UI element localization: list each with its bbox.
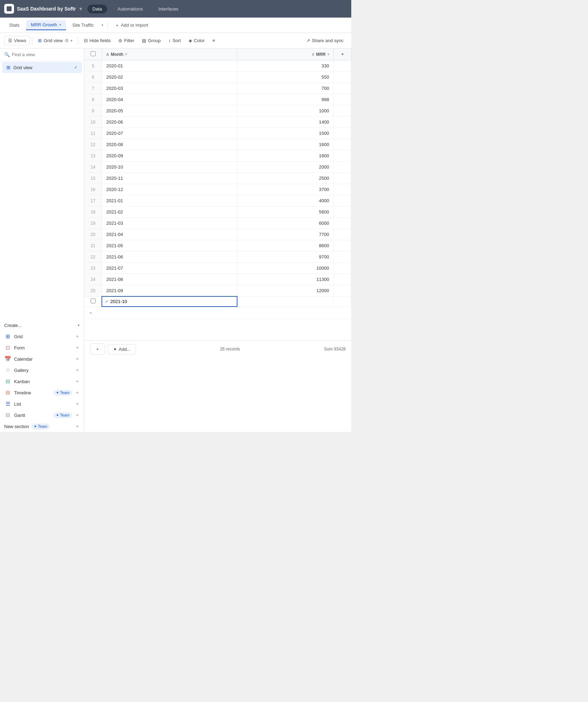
sidebar-item-grid[interactable]: ⊞ Grid ＋: [0, 331, 84, 342]
sidebar-item-gallery[interactable]: ⁙ Gallery ＋: [0, 365, 84, 376]
app-logo[interactable]: SaaS Dashboard by Softr ▾: [4, 4, 82, 14]
tab-site-traffic-label: Site Traffic: [72, 22, 94, 28]
add-row-button[interactable]: ＋: [90, 343, 105, 355]
grid-add-icon[interactable]: ＋: [75, 333, 80, 340]
gallery-add-icon[interactable]: ＋: [75, 367, 80, 373]
mrr-cell: 6000: [237, 218, 334, 229]
sidebar-item-kanban[interactable]: ⊟ Kanban ＋: [0, 376, 84, 387]
kanban-type-label: Kanban: [14, 379, 72, 384]
create-section[interactable]: Create... ▾: [0, 320, 84, 331]
table-row: 132020-091800: [84, 150, 351, 162]
gantt-type-icon: ⊟: [4, 412, 11, 418]
tab-site-traffic[interactable]: Site Traffic: [67, 20, 99, 30]
toolbar: ☰ Views ⊞ Grid view ⚙ ▾ ⊟ Hide fields ⊜ …: [0, 33, 351, 48]
sidebar-item-timeline[interactable]: ⊟ Timeline ✦ Team ＋: [0, 387, 84, 398]
nav-interfaces-button[interactable]: Interfaces: [153, 5, 183, 13]
sidebar-item-calendar[interactable]: 📅 Calendar ＋: [0, 353, 84, 365]
filter-button[interactable]: ⊜ Filter: [115, 36, 138, 45]
row-add-cell: [334, 83, 351, 94]
table-row: 72020-03700: [84, 83, 351, 94]
grid-view-button[interactable]: ⊞ Grid view ⚙ ▾: [34, 36, 76, 45]
row-num-cell: 13: [84, 150, 102, 162]
row-add-cell: [334, 162, 351, 173]
sidebar-item-gantt[interactable]: ⊟ Gantt ✦ Team ＋: [0, 409, 84, 421]
create-chevron-icon: ▾: [78, 323, 80, 328]
share-sync-button[interactable]: ↗ Share and sync: [303, 36, 347, 45]
kanban-add-icon[interactable]: ＋: [75, 378, 80, 385]
month-col-header[interactable]: A Month ▾: [102, 48, 237, 60]
table-row: 252021-0912000: [84, 285, 351, 297]
row-add-cell: [334, 105, 351, 117]
mrr-cell: 550: [237, 72, 334, 83]
nav-data-button[interactable]: Data: [87, 5, 107, 13]
month-cell: 2020-11: [102, 173, 237, 184]
share-sync-label: Share and sync: [312, 38, 344, 43]
mrr-cell: 8600: [237, 240, 334, 251]
form-add-icon[interactable]: ＋: [75, 345, 80, 351]
row-add-cell: [334, 263, 351, 274]
team-badge-icon: ✦: [56, 391, 59, 395]
add-sparkle-button[interactable]: ✦ Add...: [108, 344, 136, 354]
month-cell: 2021-03: [102, 218, 237, 229]
add-row-icon: ＋: [89, 310, 93, 316]
gantt-add-icon[interactable]: ＋: [75, 412, 80, 418]
row-add-cell: [334, 285, 351, 297]
row-checkbox[interactable]: [91, 298, 96, 303]
month-cell: 2021-05: [102, 240, 237, 251]
tab-mrr-growth[interactable]: MRR Growth ▾: [26, 20, 66, 30]
color-button[interactable]: ◈ Color: [185, 36, 208, 45]
sidebar-item-form[interactable]: ⊡ Form ＋: [0, 342, 84, 353]
sidebar-search[interactable]: 🔍: [0, 48, 84, 61]
sidebar-item-list[interactable]: ☰ List ＋: [0, 398, 84, 409]
list-type-icon: ☰: [4, 401, 11, 407]
records-count: 26 records: [220, 347, 240, 352]
hide-fields-button[interactable]: ⊟ Hide fields: [80, 36, 115, 45]
sort-button[interactable]: ↕ Sort: [165, 36, 184, 45]
search-input[interactable]: [12, 52, 80, 57]
more-button[interactable]: ≡: [209, 36, 219, 45]
calendar-add-icon[interactable]: ＋: [75, 356, 80, 362]
checkmark-icon: ✓: [74, 65, 78, 70]
mrr-cell: 4000: [237, 195, 334, 206]
select-all-checkbox[interactable]: [91, 51, 96, 56]
tab-stats[interactable]: Stats: [4, 20, 25, 30]
list-add-icon[interactable]: ＋: [75, 401, 80, 407]
new-section-add-icon[interactable]: ＋: [75, 423, 80, 429]
add-import-button[interactable]: ＋ Add or import: [111, 20, 152, 31]
month-cell: 2021-04: [102, 229, 237, 240]
sidebar-item-grid-view[interactable]: ⊞ Grid view ✓: [2, 62, 82, 73]
add-column-icon[interactable]: ＋: [340, 52, 345, 57]
views-button[interactable]: ☰ Views: [4, 36, 30, 45]
timeline-type-icon: ⊟: [4, 389, 11, 396]
month-col-chevron-icon: ▾: [125, 52, 127, 56]
month-cell[interactable]: ⤢: [102, 296, 237, 307]
grid-view-settings-icon: ⚙: [65, 38, 69, 43]
add-import-label: Add or import: [121, 22, 148, 28]
sidebar: 🔍 ⊞ Grid view ✓ Create... ▾ ⊞ Grid ＋ ⊡ F…: [0, 48, 84, 432]
timeline-type-label: Timeline: [14, 390, 51, 395]
month-input[interactable]: [110, 299, 234, 304]
footer-add-row[interactable]: ＋: [84, 307, 351, 319]
add-col-header[interactable]: ＋: [334, 48, 351, 60]
gantt-type-label: Gantt: [14, 413, 51, 418]
table-row: 102020-061400: [84, 117, 351, 128]
group-button[interactable]: ▤ Group: [138, 36, 164, 45]
gallery-type-icon: ⁙: [4, 367, 11, 373]
timeline-add-icon[interactable]: ＋: [75, 389, 80, 396]
grid-empty-space: [84, 319, 351, 340]
month-cell: 2021-02: [102, 206, 237, 218]
row-add-cell: [334, 150, 351, 162]
row-add-cell: [334, 94, 351, 105]
bottom-bar: ＋ ✦ Add... 26 records Sum 93428: [84, 340, 351, 357]
kanban-type-icon: ⊟: [4, 378, 11, 385]
grid-table: A Month ▾ # MRR ▾ ＋: [84, 48, 351, 307]
mrr-col-header[interactable]: # MRR ▾: [237, 48, 334, 60]
mrr-cell: 11300: [237, 274, 334, 285]
sort-label: Sort: [172, 38, 181, 43]
mrr-cell: 5600: [237, 206, 334, 218]
table-row: 202021-047700: [84, 229, 351, 240]
month-cell: 2020-03: [102, 83, 237, 94]
new-section-row[interactable]: New section ✦ Team ＋: [0, 421, 84, 432]
expand-icon[interactable]: ⤢: [105, 299, 108, 304]
nav-automations-button[interactable]: Automations: [113, 5, 148, 13]
